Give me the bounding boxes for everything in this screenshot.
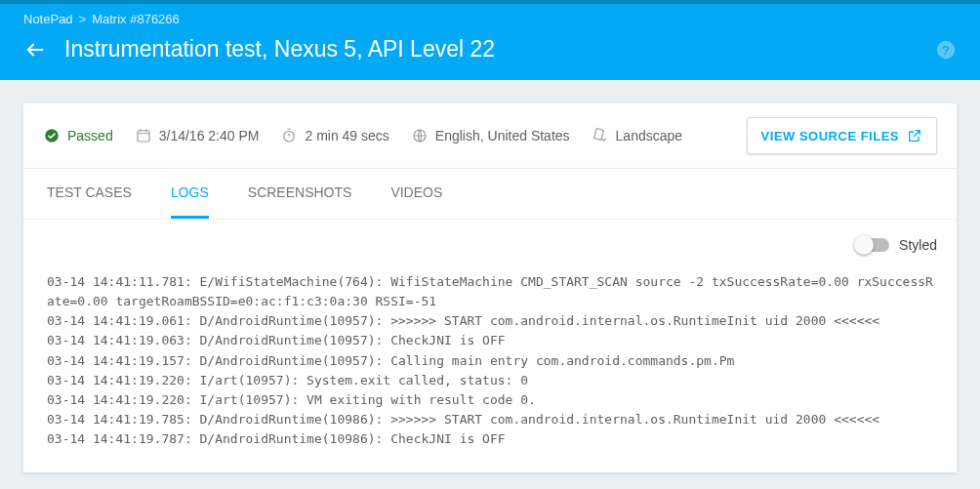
check-circle-icon (43, 127, 61, 144)
duration-label: 2 min 49 secs (305, 128, 388, 143)
tab-test-cases[interactable]: TEST CASES (47, 169, 132, 219)
stopwatch-icon (280, 127, 298, 144)
svg-text:?: ? (942, 42, 950, 57)
page-title: Instrumentation test, Nexus 5, API Level… (64, 36, 918, 62)
back-button[interactable] (23, 38, 47, 61)
breadcrumb: NotePad > Matrix #876266 (23, 12, 957, 26)
breadcrumb-item-2[interactable]: Matrix #876266 (92, 12, 180, 26)
breadcrumb-item-1[interactable]: NotePad (23, 12, 73, 26)
calendar-icon (135, 127, 152, 144)
styled-toggle-label: Styled (899, 237, 937, 253)
locale-label: English, United States (435, 128, 570, 143)
help-button[interactable]: ? (935, 39, 957, 61)
status-bar: Passed 3/14/16 2:40 PM 2 min 49 secs Eng… (23, 103, 957, 169)
view-source-label: VIEW SOURCE FILES (761, 129, 899, 143)
globe-icon (411, 127, 429, 144)
header: NotePad > Matrix #876266 Instrumentation… (0, 4, 980, 80)
status-badge: Passed (67, 128, 113, 143)
external-link-icon (907, 128, 922, 143)
log-toolbar: Styled (23, 219, 957, 266)
view-source-files-button[interactable]: VIEW SOURCE FILES (747, 117, 937, 154)
datetime-label: 3/14/16 2:40 PM (159, 128, 260, 143)
breadcrumb-separator: > (79, 12, 87, 26)
orientation-label: Landscape (616, 128, 683, 143)
help-icon: ? (935, 39, 957, 61)
styled-toggle[interactable] (856, 238, 889, 252)
tab-logs[interactable]: LOGS (171, 169, 209, 219)
tab-videos[interactable]: VIDEOS (390, 169, 442, 219)
tab-screenshots[interactable]: SCREENSHOTS (248, 169, 352, 219)
tab-bar: TEST CASES LOGS SCREENSHOTS VIDEOS (23, 169, 957, 219)
svg-rect-3 (138, 131, 149, 142)
svg-point-2 (45, 129, 59, 143)
log-output: 03-14 14:41:11.781: E/WifiStateMachine(7… (23, 266, 957, 472)
orientation-icon (592, 127, 609, 144)
arrow-left-icon (24, 39, 46, 61)
results-card: Passed 3/14/16 2:40 PM 2 min 49 secs Eng… (23, 103, 957, 472)
